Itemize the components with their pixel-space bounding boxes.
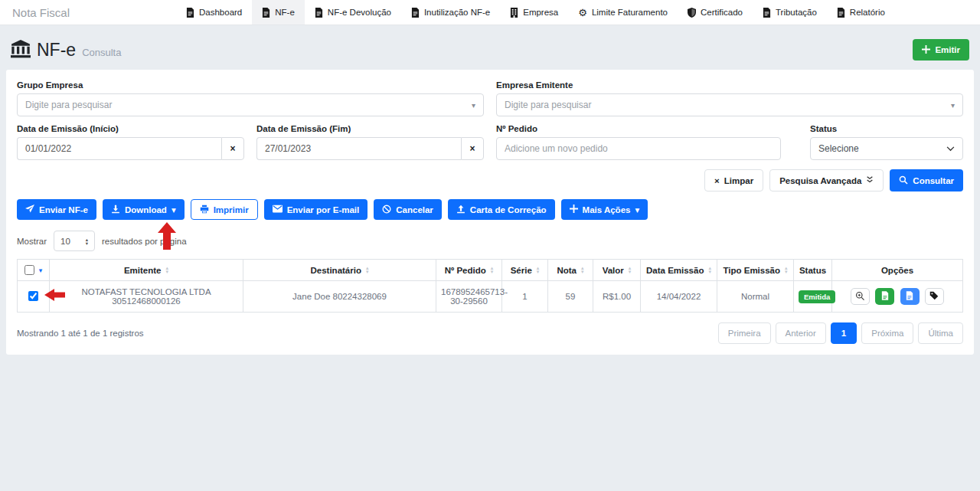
pagination-page-1[interactable]: 1 [831,322,857,344]
column-header-valor[interactable]: Valor▴▾ [593,260,641,281]
carta-correcao-button[interactable]: Carta de Correção [448,199,555,220]
chevron-down-icon [946,143,955,154]
nav-label: Limite Faturamento [592,8,668,17]
mais-acoes-label: Mais Ações [583,205,631,214]
row-select-cell [18,281,50,313]
grupo-empresa-placeholder: Digite para pesquisar [25,100,112,110]
column-header-emitente[interactable]: Emitente▴▾ [50,260,243,281]
column-header-pedido[interactable]: Nº Pedido▴▾ [436,260,502,281]
search-icon [899,175,908,186]
download-icon [111,205,120,215]
nav-item-certificado[interactable]: Certificado [678,0,753,25]
pesquisa-avancada-button[interactable]: Pesquisa Avançada [769,169,884,191]
nav-label: Inutilização NF-e [424,8,490,17]
consultar-label: Consultar [913,176,954,185]
nav-item-inutilizacao[interactable]: Inutilização NF-e [401,0,500,25]
data-inicio-input[interactable] [17,137,221,160]
cell-emitente: NOTAFAST TECNOLOGIA LTDA 30512468000126 [50,281,243,313]
column-header-data-emissao[interactable]: Data Emissão▴▾ [641,260,717,281]
sort-icon: ▴▾ [708,267,711,273]
data-inicio-clear-button[interactable]: × [221,137,244,160]
carta-correcao-label: Carta de Correção [470,205,547,214]
enviar-nfe-button[interactable]: Enviar NF-e [17,199,96,220]
status-select[interactable]: Selecione [810,137,963,160]
envelope-icon [273,205,283,214]
column-header-status: Status [794,260,832,281]
column-header-tipo-emissao[interactable]: Tipo Emissão▴▾ [717,260,794,281]
row-checkbox[interactable] [28,291,38,301]
pedido-label: Nº Pedido [496,124,781,133]
pagination-last[interactable]: Última [918,322,963,344]
paper-plane-icon [25,205,34,215]
close-icon: × [230,143,235,154]
printer-icon [200,205,209,215]
consulta-card: Grupo Empresa Digite para pesquisar ▾ Em… [6,70,974,355]
pedido-input[interactable] [496,137,781,160]
pagination-previous[interactable]: Anterior [776,322,826,344]
enviar-email-label: Enviar por E-mail [287,205,360,214]
limpar-label: Limpar [724,176,753,185]
sort-icon: ▴▾ [537,267,540,273]
mais-acoes-button[interactable]: Mais Ações ▾ [561,199,648,220]
download-pdf-button[interactable] [875,288,894,305]
nav-label: NF-e Devolução [328,8,391,17]
pagination-next[interactable]: Próxima [861,322,913,344]
filter-actions: × Limpar Pesquisa Avançada Consultar [17,169,963,191]
empresa-emitente-select[interactable]: Digite para pesquisar ▾ [496,93,963,116]
consultar-button[interactable]: Consultar [890,169,963,191]
cancelar-label: Cancelar [396,205,433,214]
nav-label: Empresa [523,8,558,17]
nav-item-relatorio[interactable]: Relatório [827,0,895,25]
file-icon [837,8,845,18]
page-title: NF-e [37,40,76,61]
bulk-actions: Enviar NF-e Download ▾ Imprimir Enviar p… [17,199,963,220]
pedido-field: Nº Pedido [496,124,781,160]
cancelar-button[interactable]: Cancelar [374,199,442,220]
tag-icon [929,291,939,302]
bank-icon [11,40,31,61]
caret-down-icon: ▾ [172,205,176,215]
column-header-opcoes: Opções [832,260,963,281]
caret-down-icon: ▾ [472,101,475,110]
nav-item-dashboard[interactable]: Dashboard [176,0,252,25]
file-blue-icon [906,291,913,302]
enviar-email-button[interactable]: Enviar por E-mail [264,199,368,220]
pagination-first[interactable]: Primeira [718,322,771,344]
nav-item-limite-faturamento[interactable]: ⚙ Limite Faturamento [568,0,678,25]
filter-row-1: Grupo Empresa Digite para pesquisar ▾ Em… [17,80,963,116]
column-header-serie[interactable]: Série▴▾ [502,260,548,281]
view-details-button[interactable] [851,288,870,305]
download-xml-button[interactable] [900,288,920,305]
grupo-empresa-label: Grupo Empresa [17,80,484,90]
upload-icon [456,205,466,215]
imprimir-button[interactable]: Imprimir [191,199,258,220]
table-header-row: ▾ Emitente▴▾ Destinatário▴▾ Nº Pedido▴▾ … [18,260,963,281]
plus-icon [922,45,930,55]
nav-item-empresa[interactable]: Empresa [500,0,568,25]
page-size-select[interactable]: 10 ▴▾ [54,231,95,251]
nav-item-tributacao[interactable]: Tributação [753,0,827,25]
data-fim-clear-button[interactable]: × [461,137,484,160]
double-chevron-down-icon [866,175,874,185]
data-fim-input[interactable] [256,137,461,160]
tag-button[interactable] [925,288,944,305]
download-button[interactable]: Download ▾ [103,199,185,220]
column-header-destinatario[interactable]: Destinatário▴▾ [243,260,436,281]
nav-item-nfe[interactable]: NF-e [252,0,305,25]
empresa-emitente-field: Empresa Emitente Digite para pesquisar ▾ [496,80,963,116]
cell-opcoes [832,281,963,313]
page-size-value: 10 [60,237,70,246]
grupo-empresa-field: Grupo Empresa Digite para pesquisar ▾ [17,80,484,116]
nav-item-nfe-devolucao[interactable]: NF-e Devolução [305,0,401,25]
file-icon [262,8,270,18]
table-footer: Mostrando 1 até 1 de 1 registros Primeir… [17,322,963,344]
caret-down-icon[interactable]: ▾ [39,267,43,274]
grupo-empresa-select[interactable]: Digite para pesquisar ▾ [17,93,484,116]
page-header: NF-e Consulta Emitir [0,25,980,70]
pesquisa-avancada-label: Pesquisa Avançada [779,176,861,185]
limpar-button[interactable]: × Limpar [704,169,763,191]
data-fim-field: Data de Emissão (Fim) × [256,124,484,160]
select-all-checkbox[interactable] [24,265,34,275]
emit-button[interactable]: Emitir [913,39,969,61]
column-header-nota[interactable]: Nota▴▾ [548,260,593,281]
